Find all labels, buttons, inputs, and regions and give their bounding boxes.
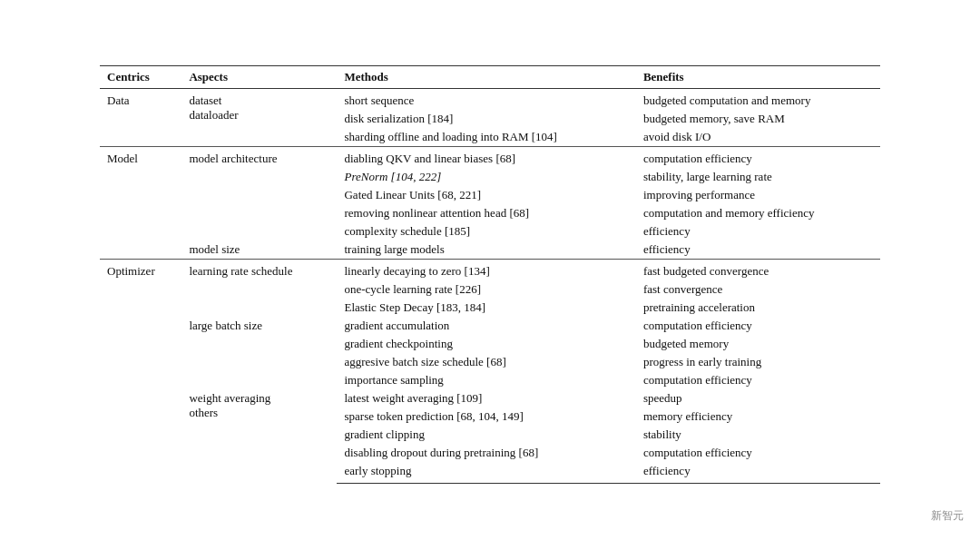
- cell-aspect: learning rate schedule: [181, 260, 337, 318]
- cell-benefit: computation efficiency: [636, 371, 880, 389]
- watermark: 新智元: [931, 508, 964, 524]
- cell-method: disabling dropout during pretraining [68…: [337, 444, 635, 462]
- cell-method: Elastic Step Decay [183, 184]: [337, 299, 635, 317]
- cell-method: linearly decaying to zero [134]: [337, 260, 635, 281]
- cell-method: importance sampling: [337, 371, 635, 389]
- cell-method: early stopping: [337, 462, 635, 484]
- cell-aspect: model size: [181, 241, 337, 260]
- cell-benefit: progress in early training: [636, 353, 880, 371]
- cell-method: sparse token prediction [68, 104, 149]: [337, 407, 635, 426]
- cell-method: gradient checkpointing: [337, 335, 635, 353]
- cell-aspect: weight averagingothers: [181, 389, 337, 484]
- table-row: large batch sizegradient accumulationcom…: [100, 317, 880, 335]
- table-row: Optimizerlearning rate schedulelinearly …: [100, 260, 880, 281]
- col-aspects: Aspects: [181, 66, 337, 89]
- cell-benefit: budgeted memory: [636, 335, 880, 353]
- cell-method: sharding offline and loading into RAM [1…: [337, 128, 635, 147]
- col-centrics: Centrics: [100, 66, 181, 89]
- col-benefits: Benefits: [636, 66, 880, 89]
- table-row: Datadatasetdataloadershort sequencebudge…: [100, 89, 880, 111]
- cell-benefit: efficiency: [636, 222, 880, 241]
- cell-method: gradient clipping: [337, 426, 635, 444]
- table-row: model sizetraining large modelsefficienc…: [100, 241, 880, 260]
- cell-benefit: speedup: [636, 389, 880, 407]
- cell-benefit: budgeted computation and memory: [636, 89, 880, 111]
- main-container: Centrics Aspects Methods Benefits Datada…: [82, 34, 898, 506]
- cell-benefit: fast budgeted convergence: [636, 260, 880, 281]
- cell-method: training large models: [337, 241, 635, 260]
- cell-aspect: model architecture: [181, 147, 337, 241]
- cell-method: disk serialization [184]: [337, 110, 635, 128]
- cell-benefit: fast convergence: [636, 280, 880, 299]
- cell-benefit: stability: [636, 426, 880, 444]
- cell-centric: Data: [100, 89, 181, 147]
- cell-benefit: computation and memory efficiency: [636, 204, 880, 222]
- table-row: Modelmodel architecturediabling QKV and …: [100, 147, 880, 169]
- table-header-row: Centrics Aspects Methods Benefits: [100, 66, 880, 89]
- cell-method: removing nonlinear attention head [68]: [337, 204, 635, 222]
- cell-centric: Model: [100, 147, 181, 260]
- cell-method: complexity schedule [185]: [337, 222, 635, 241]
- cell-benefit: computation efficiency: [636, 444, 880, 462]
- cell-benefit: memory efficiency: [636, 407, 880, 426]
- cell-benefit: efficiency: [636, 462, 880, 484]
- cell-aspect: datasetdataloader: [181, 89, 337, 147]
- cell-method: gradient accumulation: [337, 317, 635, 335]
- cell-benefit: pretraining acceleration: [636, 299, 880, 317]
- cell-method: aggresive batch size schedule [68]: [337, 353, 635, 371]
- cell-benefit: avoid disk I/O: [636, 128, 880, 147]
- cell-benefit: computation efficiency: [636, 147, 880, 169]
- cell-method: diabling QKV and linear biases [68]: [337, 147, 635, 169]
- cell-centric: Optimizer: [100, 260, 181, 484]
- cell-benefit: improving performance: [636, 186, 880, 204]
- cell-benefit: budgeted memory, save RAM: [636, 110, 880, 128]
- table-row: weight averagingotherslatest weight aver…: [100, 389, 880, 407]
- main-table: Centrics Aspects Methods Benefits Datada…: [100, 65, 880, 484]
- cell-method: PreNorm [104, 222]: [337, 168, 635, 186]
- cell-benefit: computation efficiency: [636, 317, 880, 335]
- cell-method: one-cycle learning rate [226]: [337, 280, 635, 299]
- cell-benefit: efficiency: [636, 241, 880, 260]
- cell-benefit: stability, large learning rate: [636, 168, 880, 186]
- col-methods: Methods: [337, 66, 635, 89]
- cell-method: latest weight averaging [109]: [337, 389, 635, 407]
- cell-aspect: large batch size: [181, 317, 337, 389]
- cell-method: short sequence: [337, 89, 635, 111]
- cell-method: Gated Linear Units [68, 221]: [337, 186, 635, 204]
